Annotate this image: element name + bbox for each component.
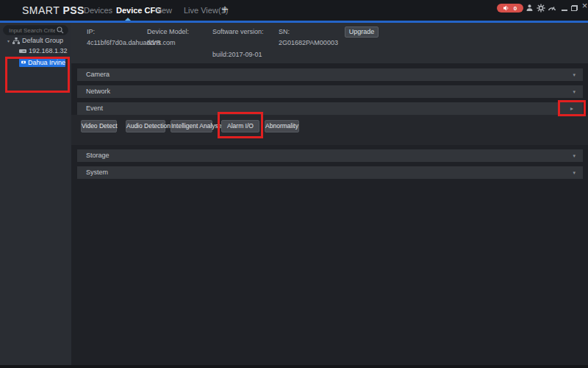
upgrade-button[interactable]: Upgrade: [345, 26, 379, 38]
section-event[interactable]: Event ▸: [77, 102, 583, 115]
tab-device-cfg[interactable]: Device CFG: [116, 0, 162, 21]
chevron-down-icon[interactable]: ▾: [573, 68, 576, 81]
video-detect-button[interactable]: Video Detect: [81, 120, 117, 132]
tab-new[interactable]: New: [156, 0, 172, 21]
section-storage[interactable]: Storage ▾: [77, 149, 583, 162]
model-label: Device Model:: [147, 28, 189, 35]
section-system-label: System: [86, 169, 108, 176]
window-bottom-edge: [0, 365, 588, 368]
tab-devices[interactable]: Devices: [84, 0, 112, 21]
chevron-down-icon[interactable]: ▾: [573, 149, 576, 162]
sn-label: SN:: [279, 28, 290, 35]
close-icon[interactable]: ×: [580, 1, 588, 10]
section-system[interactable]: System ▾: [77, 166, 583, 179]
chevron-right-icon[interactable]: ▸: [570, 102, 573, 115]
section-network-label: Network: [86, 88, 110, 95]
ip-label: IP:: [87, 28, 95, 35]
section-camera[interactable]: Camera ▾: [77, 68, 583, 81]
user-icon[interactable]: [525, 3, 534, 13]
tree-node-channel-selected[interactable]: Dahua Irvine: [19, 57, 65, 67]
minimize-icon[interactable]: [559, 3, 569, 13]
add-tab-icon[interactable]: +: [221, 0, 229, 20]
channel-label: Dahua Irvine: [28, 59, 65, 66]
gauge-icon[interactable]: [547, 3, 556, 13]
camera-icon: [21, 60, 26, 65]
smartpss-window: SMART PSS Devices Device CFG New Live Vi…: [0, 0, 588, 368]
search-icon[interactable]: [57, 26, 64, 34]
device-tree-sidebar: ▾ Default Group 192.168.1.32 Dahua Irvin…: [0, 23, 71, 366]
audio-detection-button[interactable]: Audio Detection: [126, 120, 165, 132]
speaker-icon: [503, 5, 509, 11]
app-logo: SMART PSS: [22, 0, 85, 21]
titlebar: SMART PSS Devices Device CFG New Live Vi…: [0, 0, 588, 21]
logo-smart: SMART: [22, 4, 62, 16]
tree-node-default-group[interactable]: ▾ Default Group: [7, 37, 63, 44]
nvr-icon: [19, 49, 26, 54]
search-box[interactable]: [3, 25, 68, 35]
gear-icon[interactable]: [536, 3, 545, 13]
active-tab-notch: [125, 18, 131, 21]
abnormality-button[interactable]: Abnormality: [265, 120, 299, 132]
software-version-label: Software version:: [212, 28, 264, 35]
restore-icon[interactable]: [570, 3, 579, 13]
tree-node-device[interactable]: 192.168.1.32: [19, 47, 68, 54]
device-label: 192.168.1.32: [29, 47, 68, 54]
chevron-down-icon[interactable]: ▾: [573, 85, 576, 98]
logo-pss: PSS: [62, 4, 85, 16]
group-label: Default Group: [22, 37, 63, 44]
chevron-down-icon[interactable]: ▾: [7, 38, 10, 43]
sn-value: 2G01682PAM00003: [279, 39, 338, 46]
section-storage-label: Storage: [86, 152, 110, 159]
device-info-panel: IP: 4c11bf6f7d0a.dahuaddns.com Device Mo…: [71, 23, 588, 63]
software-build-value: build:2017-09-01: [212, 51, 262, 58]
section-camera-label: Camera: [86, 71, 110, 78]
alarm-count: 0: [514, 5, 517, 12]
alarm-io-button[interactable]: Alarm I/O: [221, 120, 259, 132]
group-icon: [12, 38, 20, 44]
search-input[interactable]: [4, 27, 57, 34]
intelligent-analyse-button[interactable]: Intelligent Analyse: [171, 120, 212, 132]
model-value: NVR: [147, 39, 161, 46]
ip-value: 4c11bf6f7d0a.dahuaddns.com: [87, 39, 175, 46]
alarm-count-badge[interactable]: 0: [497, 4, 523, 13]
section-event-label: Event: [86, 105, 103, 112]
chevron-down-icon[interactable]: ▾: [573, 166, 576, 179]
section-network[interactable]: Network ▾: [77, 85, 583, 98]
